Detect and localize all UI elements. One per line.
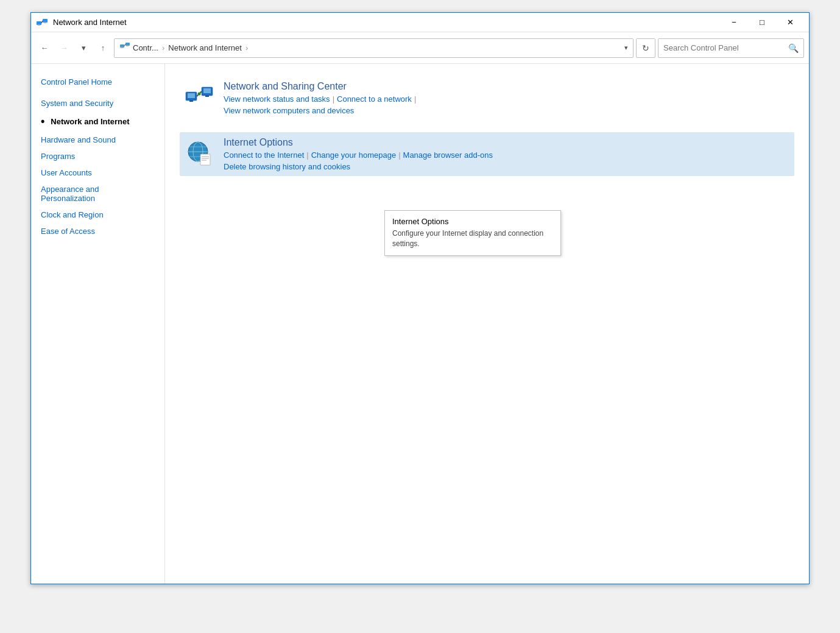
network-sharing-links2: View network computers and devices: [224, 106, 789, 115]
sidebar-appearance-label: Appearance and Personalization: [41, 185, 155, 203]
sidebar-item-ease-of-access[interactable]: Ease of Access: [31, 223, 164, 239]
address-icon: [119, 41, 130, 54]
svg-line-2: [41, 21, 43, 23]
svg-rect-11: [188, 93, 195, 98]
main-window: Network and Internet − □ ✕ ← → ▾ ↑ Contr…: [30, 12, 810, 584]
connect-internet-link[interactable]: Connect to the Internet: [224, 150, 304, 160]
svg-rect-23: [200, 154, 210, 165]
close-button[interactable]: ✕: [776, 13, 804, 32]
delete-browsing-link[interactable]: Delete browsing history and cookies: [224, 162, 350, 171]
sidebar-programs-label: Programs: [41, 152, 75, 161]
refresh-button[interactable]: ↻: [636, 38, 655, 58]
internet-options-links: Connect to the Internet | Change your ho…: [224, 150, 789, 160]
sidebar-ease-of-access-label: Ease of Access: [41, 227, 95, 236]
network-sharing-content: Network and Sharing Center View network …: [224, 81, 789, 115]
svg-rect-14: [203, 88, 211, 93]
toolbar: ← → ▾ ↑ Contr... › Network and Internet …: [31, 32, 809, 64]
sep2: |: [414, 94, 416, 104]
sidebar-network-internet-label: Network and Internet: [51, 117, 129, 126]
sep3: |: [306, 150, 308, 160]
manage-addons-link[interactable]: Manage browser add-ons: [403, 150, 493, 160]
sidebar-clock-region-label: Clock and Region: [41, 210, 104, 219]
network-sharing-panel: Network and Sharing Center View network …: [180, 76, 794, 120]
sidebar-item-user-accounts[interactable]: User Accounts: [31, 164, 164, 181]
breadcrumb-sep1: ›: [162, 43, 164, 52]
minimize-button[interactable]: −: [720, 13, 748, 32]
sep1: |: [333, 94, 334, 104]
maximize-button[interactable]: □: [748, 13, 776, 32]
up-button[interactable]: ↑: [94, 40, 111, 57]
window-icon: [36, 16, 48, 29]
internet-options-content: Internet Options Connect to the Internet…: [224, 137, 789, 171]
breadcrumb-part2: Network and Internet: [168, 43, 242, 52]
sidebar-user-accounts-label: User Accounts: [41, 168, 92, 177]
dropdown-button[interactable]: ▾: [75, 40, 92, 57]
sidebar-item-appearance-personalization[interactable]: Appearance and Personalization: [31, 181, 164, 207]
sidebar-item-system-security[interactable]: System and Security: [31, 95, 164, 111]
breadcrumb-part1: Contr...: [133, 43, 158, 52]
svg-rect-9: [126, 45, 129, 46]
change-homepage-link[interactable]: Change your homepage: [311, 150, 397, 160]
sidebar-system-security-label: System and Security: [41, 99, 113, 108]
sidebar: Control Panel Home System and Security N…: [31, 64, 165, 584]
svg-rect-3: [38, 24, 40, 26]
internet-options-icon: [185, 137, 214, 166]
sidebar-home-label: Control Panel Home: [41, 77, 112, 87]
main-layout: Control Panel Home System and Security N…: [31, 64, 809, 584]
tooltip-title: Internet Options: [392, 217, 553, 226]
sidebar-item-programs[interactable]: Programs: [31, 148, 164, 164]
svg-rect-15: [205, 96, 209, 97]
view-network-status-link[interactable]: View network status and tasks: [224, 94, 330, 104]
network-sharing-icon: [185, 81, 214, 110]
back-button[interactable]: ←: [36, 40, 53, 57]
svg-line-7: [124, 44, 125, 46]
sidebar-hardware-sound-label: Hardware and Sound: [41, 135, 116, 144]
title-bar: Network and Internet − □ ✕: [31, 13, 809, 32]
search-input[interactable]: [663, 43, 788, 52]
sidebar-item-hardware-sound[interactable]: Hardware and Sound: [31, 132, 164, 148]
network-sharing-title[interactable]: Network and Sharing Center: [224, 81, 347, 91]
connect-network-link[interactable]: Connect to a network: [337, 94, 412, 104]
address-dropdown-btn[interactable]: ▾: [624, 44, 628, 52]
search-icon: 🔍: [788, 43, 799, 53]
svg-rect-4: [44, 22, 46, 23]
search-box[interactable]: 🔍: [658, 38, 804, 58]
internet-options-panel: Internet Options Connect to the Internet…: [180, 132, 794, 176]
internet-options-title[interactable]: Internet Options: [224, 137, 293, 147]
sidebar-item-network-internet[interactable]: Network and Internet: [31, 111, 164, 132]
address-bar[interactable]: Contr... › Network and Internet › ▾: [114, 38, 634, 58]
sidebar-item-home[interactable]: Control Panel Home: [31, 74, 164, 90]
internet-options-links2: Delete browsing history and cookies: [224, 162, 789, 171]
svg-point-17: [198, 93, 201, 96]
svg-rect-8: [121, 47, 123, 48]
window-controls: − □ ✕: [720, 13, 804, 32]
svg-rect-12: [189, 101, 193, 102]
sidebar-item-clock-region[interactable]: Clock and Region: [31, 207, 164, 223]
sep4: |: [398, 150, 400, 160]
breadcrumb-sep2: ›: [245, 43, 248, 52]
view-computers-link[interactable]: View network computers and devices: [224, 106, 354, 115]
tooltip-popup: Internet Options Configure your Internet…: [384, 210, 561, 256]
window-title: Network and Internet: [53, 18, 720, 27]
network-sharing-links: View network status and tasks | Connect …: [224, 94, 789, 104]
content-area: Network and Sharing Center View network …: [165, 64, 809, 584]
tooltip-description: Configure your Internet display and conn…: [392, 228, 553, 249]
forward-button[interactable]: →: [55, 40, 72, 57]
